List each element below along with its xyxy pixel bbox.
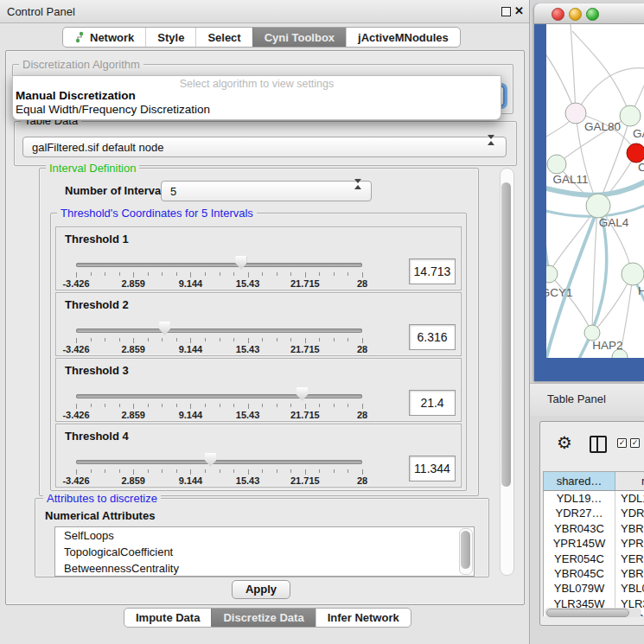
slider-tick bbox=[277, 338, 277, 341]
scale-label: 2.859 bbox=[121, 344, 145, 354]
attribute-list-item[interactable]: SelfLoops bbox=[55, 527, 474, 544]
threshold-value-field[interactable]: 14.713 bbox=[409, 258, 456, 284]
checkbox-icon[interactable]: ✓ bbox=[617, 438, 627, 448]
graph-node[interactable] bbox=[546, 265, 558, 283]
slider-tick bbox=[233, 338, 234, 341]
scale-label: -3.426 bbox=[62, 410, 89, 420]
table-horizontal-scrollbar[interactable] bbox=[545, 608, 641, 617]
network-window-titlebar[interactable] bbox=[534, 3, 644, 24]
graph-node[interactable] bbox=[627, 143, 644, 163]
apply-button[interactable]: Apply bbox=[232, 580, 290, 599]
cell-name[interactable]: YPR1 bbox=[621, 536, 644, 551]
dropdown-option-equal-width[interactable]: Equal Width/Frequency Discretization bbox=[16, 103, 210, 116]
scrollbar-thumb[interactable] bbox=[461, 531, 470, 569]
graph-node[interactable] bbox=[620, 105, 641, 126]
cell-shared-name[interactable]: YDR27… bbox=[544, 506, 615, 520]
close-icon[interactable]: ✕ bbox=[514, 4, 524, 17]
network-graph: GAL80GACGAL11GAL4GCY1HHAP2 bbox=[546, 24, 644, 358]
slider-tick bbox=[220, 338, 220, 341]
table-row[interactable]: YDR27…YDR2 bbox=[544, 506, 644, 520]
network-canvas[interactable]: GAL80GACGAL11GAL4GCY1HHAP2 bbox=[546, 24, 644, 358]
cell-shared-name[interactable]: YBL079W bbox=[544, 581, 615, 596]
algorithm-dropdown-popup: Select algorithm to view settings Manual… bbox=[12, 75, 501, 120]
tab-cyni-toolbox[interactable]: Cyni Toolbox bbox=[252, 28, 346, 47]
threshold-value-field[interactable]: 6.316 bbox=[409, 324, 456, 350]
scale-label: 21.715 bbox=[290, 344, 320, 354]
slider-tick bbox=[176, 469, 177, 473]
slider-thumb[interactable] bbox=[159, 322, 170, 335]
num-intervals-combobox[interactable]: 5 bbox=[161, 181, 372, 201]
gear-icon[interactable]: ⚙ bbox=[557, 432, 572, 453]
tab-label: Select bbox=[207, 31, 240, 44]
table-row[interactable]: YPR145WYPR1 bbox=[544, 536, 644, 551]
zoom-traffic-light-icon[interactable] bbox=[586, 8, 599, 21]
slider-thumb[interactable] bbox=[205, 453, 216, 467]
threshold-rows: Threshold 1-3.4262.8599.14415.4321.71528… bbox=[55, 226, 462, 489]
slider-thumb[interactable] bbox=[296, 387, 308, 401]
tab-label: Style bbox=[157, 31, 184, 44]
tab-infer-network[interactable]: Infer Network bbox=[316, 609, 411, 627]
checkbox-icon[interactable]: ✓ bbox=[630, 438, 640, 448]
cell-name[interactable]: YBR0 bbox=[621, 566, 644, 581]
settings-scrollbar[interactable] bbox=[500, 168, 514, 576]
graph-node[interactable] bbox=[565, 103, 586, 124]
table-header-row: shared… n bbox=[544, 472, 644, 491]
slider-tick bbox=[334, 469, 335, 473]
tab-select[interactable]: Select bbox=[195, 28, 252, 47]
cell-name[interactable]: YBR0 bbox=[621, 521, 644, 536]
attributes-list-scrollbar[interactable] bbox=[459, 528, 473, 575]
slider-track[interactable] bbox=[76, 328, 362, 333]
cell-name[interactable]: YDR2 bbox=[621, 506, 644, 520]
slider-tick bbox=[319, 338, 320, 341]
graph-node[interactable] bbox=[622, 263, 644, 285]
threshold-value-field[interactable]: 11.344 bbox=[409, 456, 456, 481]
columns-icon[interactable] bbox=[590, 436, 607, 453]
scrollbar-thumb[interactable] bbox=[501, 182, 511, 487]
minimize-traffic-light-icon[interactable] bbox=[569, 8, 582, 21]
float-window-icon[interactable] bbox=[501, 7, 511, 16]
graph-node-label: GAL80 bbox=[584, 120, 621, 133]
scale-label: 28 bbox=[357, 475, 367, 486]
cell-name[interactable]: YER0 bbox=[621, 552, 644, 566]
graph-node[interactable] bbox=[586, 194, 610, 218]
cell-shared-name[interactable]: YER054C bbox=[544, 552, 615, 566]
slider-tick bbox=[105, 338, 105, 341]
slider-tick bbox=[233, 272, 234, 276]
slider-track[interactable] bbox=[76, 263, 362, 267]
cell-shared-name[interactable]: YDL19… bbox=[544, 491, 615, 506]
tab-network[interactable]: Network bbox=[63, 28, 145, 47]
slider-tick bbox=[319, 469, 320, 473]
cell-shared-name[interactable]: YBR045C bbox=[544, 566, 615, 581]
cell-shared-name[interactable]: YPR145W bbox=[544, 536, 615, 551]
table-row[interactable]: YBR043CYBR0 bbox=[544, 521, 644, 536]
table-row[interactable]: YER054CYER0 bbox=[544, 552, 644, 566]
slider-thumb[interactable] bbox=[235, 256, 246, 270]
column-header-shared-name[interactable]: shared… bbox=[544, 472, 615, 490]
tab-label: Infer Network bbox=[328, 611, 399, 624]
slider-track[interactable] bbox=[76, 460, 362, 464]
column-header-name[interactable]: n bbox=[615, 472, 644, 490]
threshold-value-field[interactable]: 21.4 bbox=[409, 390, 456, 416]
scrollbar-thumb[interactable] bbox=[546, 609, 629, 617]
dropdown-option-manual[interactable]: Manual Discretization bbox=[16, 89, 136, 102]
attribute-list-item[interactable]: BetweennessCentrality bbox=[55, 560, 474, 577]
slider-track[interactable] bbox=[76, 394, 362, 399]
tab-style[interactable]: Style bbox=[145, 28, 195, 47]
slider-tick bbox=[262, 404, 263, 407]
cell-shared-name[interactable]: YBR043C bbox=[544, 521, 615, 536]
slider-tick bbox=[176, 404, 177, 407]
cell-name[interactable]: YBL0 bbox=[621, 581, 644, 596]
tab-discretize-data[interactable]: Discretize Data bbox=[211, 609, 315, 627]
table-row[interactable]: YBL079WYBL0 bbox=[544, 581, 644, 596]
close-traffic-light-icon[interactable] bbox=[552, 8, 564, 21]
slider-tick bbox=[205, 338, 206, 341]
numerical-attributes-list[interactable]: SelfLoopsTopologicalCoefficientBetweenne… bbox=[54, 526, 475, 577]
tab-jactivemnodules[interactable]: jActiveMNodules bbox=[346, 28, 460, 47]
cell-name[interactable]: YDL1 bbox=[621, 491, 644, 506]
graph-node[interactable] bbox=[547, 155, 566, 174]
tab-impute-data[interactable]: Impute Data bbox=[124, 609, 211, 627]
table-row[interactable]: YDL19…YDL1 bbox=[544, 491, 644, 506]
table-data-combobox[interactable]: galFiltered.sif default node bbox=[22, 137, 507, 157]
attribute-list-item[interactable]: TopologicalCoefficient bbox=[55, 544, 474, 560]
table-row[interactable]: YBR045CYBR0 bbox=[544, 566, 644, 581]
